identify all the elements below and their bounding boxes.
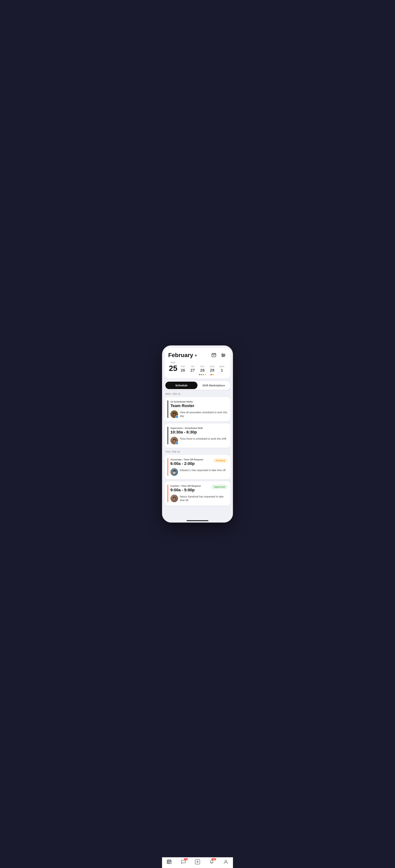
shift-title-4: 9:00a - 5:00p <box>171 488 201 492</box>
tab-shift-marketplace[interactable]: Shift Marketplace <box>198 382 230 389</box>
day-label-fri: FRI <box>191 365 194 368</box>
shift-subtitle-1: 14 Scheduled Shifts <box>171 400 227 403</box>
shift-subtitle-2: Supervisor • Scheduled Shift <box>171 427 227 430</box>
avatar-face-3: 👨🏻 <box>171 468 178 476</box>
pending-badge: Pending <box>213 458 227 463</box>
svg-point-10 <box>222 356 223 357</box>
avatar-wrap-3: 👨🏻 <box>171 468 178 476</box>
badge-row-1: Associate • Time Off Request 6:00a - 2:0… <box>171 458 227 468</box>
content: WED, FEB 25 14 Scheduled Shifts Team Ros… <box>162 393 233 505</box>
day-num-thu: 26 <box>181 368 185 373</box>
month-title[interactable]: February ▲ <box>168 352 198 359</box>
phone-shell: February ▲ <box>162 345 233 523</box>
avatar-4: 👩🏽 <box>171 495 178 502</box>
dot-yellow <box>212 374 214 375</box>
shift-header-3: Associate • Time Off Request 6:00a - 2:0… <box>171 458 203 468</box>
calendar-icon-button[interactable] <box>210 351 217 359</box>
day-sun[interactable]: SUN 29 <box>207 365 217 375</box>
chevron-icon: ▲ <box>194 353 198 357</box>
shift-person-4: 👩🏽 Nancy Sandoval has requested to take … <box>171 495 227 502</box>
person-text-1: View all associates scheduled to work th… <box>180 410 227 418</box>
person-text-3: Edward Li has requested to take time off… <box>180 468 226 472</box>
day-wed[interactable]: WED 25 <box>168 362 178 375</box>
day-sat[interactable]: SAT 28 + <box>198 365 207 375</box>
day-num-sat: 28 <box>200 368 205 373</box>
avatar-badge-2 <box>176 442 178 445</box>
day-fri[interactable]: FRI 27 <box>188 365 198 375</box>
day-num-sun: 29 <box>210 368 214 373</box>
day-num-wed: 25 <box>169 364 177 373</box>
shift-card-inner-2: Supervisor • Scheduled Shift 10:30a - 6:… <box>168 427 227 444</box>
avatar-wrap-4: 👩🏽 <box>171 495 178 502</box>
svg-rect-0 <box>212 353 216 357</box>
day-dots-sun <box>211 374 214 375</box>
tab-schedule[interactable]: Schedule <box>165 382 198 389</box>
approved-badge: Approved <box>211 485 227 489</box>
dot-green <box>201 374 202 375</box>
accent-bar-orange-1 <box>168 458 168 476</box>
section-date-thu: THU, FEB 26 <box>165 451 231 453</box>
svg-point-9 <box>224 355 225 356</box>
home-indicator <box>187 520 208 521</box>
dot-pink <box>211 374 212 375</box>
dot-plus: + <box>205 373 206 376</box>
badge-row-2: Cashier • Time Off Request 9:00a - 5:00p… <box>171 485 227 495</box>
shift-title-3: 6:00a - 2:00p <box>171 461 203 466</box>
header-card: February ▲ <box>164 348 231 378</box>
shift-info-2: Supervisor • Scheduled Shift 10:30a - 6:… <box>171 427 227 444</box>
shift-title-2: 10:30a - 6:30p <box>171 430 227 435</box>
shift-info-4: Cashier • Time Off Request 9:00a - 5:00p… <box>171 485 227 502</box>
avatar-wrap-1: 👩🏾 <box>171 410 178 418</box>
svg-rect-4 <box>213 355 214 356</box>
shift-info-1: 14 Scheduled Shifts Team Roster 👩🏾 <box>171 400 227 418</box>
person-text-2: Flora Hurst is scheduled to work this sh… <box>180 437 226 441</box>
day-label-wed: WED <box>171 362 176 364</box>
team-roster-card[interactable]: 14 Scheduled Shifts Team Roster 👩🏾 <box>164 397 231 421</box>
screen: February ▲ <box>162 346 233 522</box>
day-label-mon: MON <box>219 365 224 368</box>
supervisor-shift-card[interactable]: Supervisor • Scheduled Shift 10:30a - 6:… <box>164 424 231 447</box>
cashier-timeoff-card[interactable]: Cashier • Time Off Request 9:00a - 5:00p… <box>164 481 231 505</box>
day-label-thu: THU <box>181 365 185 368</box>
person-text-4: Nancy Sandoval has requested to take tim… <box>180 495 227 502</box>
tab-bar: Schedule Shift Marketplace <box>164 381 231 390</box>
accent-bar-1 <box>168 400 168 418</box>
shift-card-inner-4: Cashier • Time Off Request 9:00a - 5:00p… <box>168 485 227 502</box>
day-num-mon: 1 <box>221 368 223 373</box>
shift-subtitle-3: Associate • Time Off Request <box>171 458 203 461</box>
avatar-badge-1 <box>176 415 178 418</box>
day-dots-sat: + <box>199 374 206 375</box>
month-label: February <box>168 352 193 359</box>
dot-blue <box>199 374 200 375</box>
shift-person-2: 👩🏽 Flora Hurst is scheduled to work this… <box>171 437 227 444</box>
avatar-face-4: 👩🏽 <box>171 495 178 502</box>
header-icons <box>210 351 227 359</box>
days-row: WED 25 THU 26 FRI 27 SAT <box>168 362 227 375</box>
shift-card-inner-1: 14 Scheduled Shifts Team Roster 👩🏾 <box>168 400 227 418</box>
avatar-3: 👨🏻 <box>171 468 178 476</box>
shift-title-1: Team Roster <box>171 403 227 408</box>
shift-card-inner-3: Associate • Time Off Request 6:00a - 2:0… <box>168 458 227 476</box>
dot-orange <box>203 374 204 375</box>
shift-person-1: 👩🏾 View all associates scheduled to work… <box>171 410 227 418</box>
accent-bar-orange-2 <box>168 485 168 502</box>
svg-point-8 <box>222 353 223 355</box>
shift-subtitle-4: Cashier • Time Off Request <box>171 485 201 487</box>
filter-icon-button[interactable] <box>220 351 227 359</box>
associate-timeoff-card[interactable]: Associate • Time Off Request 6:00a - 2:0… <box>164 455 231 479</box>
shift-info-3: Associate • Time Off Request 6:00a - 2:0… <box>171 458 227 476</box>
header-top: February ▲ <box>168 351 227 359</box>
day-label-sun: SUN <box>210 365 214 368</box>
day-thu[interactable]: THU 26 <box>178 365 188 375</box>
avatar-wrap-2: 👩🏽 <box>171 437 178 444</box>
day-num-fri: 27 <box>190 368 195 373</box>
accent-bar-2 <box>168 427 168 444</box>
day-mon[interactable]: MON 1 <box>217 365 227 375</box>
shift-person-3: 👨🏻 Edward Li has requested to take time … <box>171 468 227 476</box>
day-label-sat: SAT <box>201 365 205 368</box>
section-date-wed: WED, FEB 25 <box>165 393 231 395</box>
shift-header-4: Cashier • Time Off Request 9:00a - 5:00p <box>171 485 201 495</box>
